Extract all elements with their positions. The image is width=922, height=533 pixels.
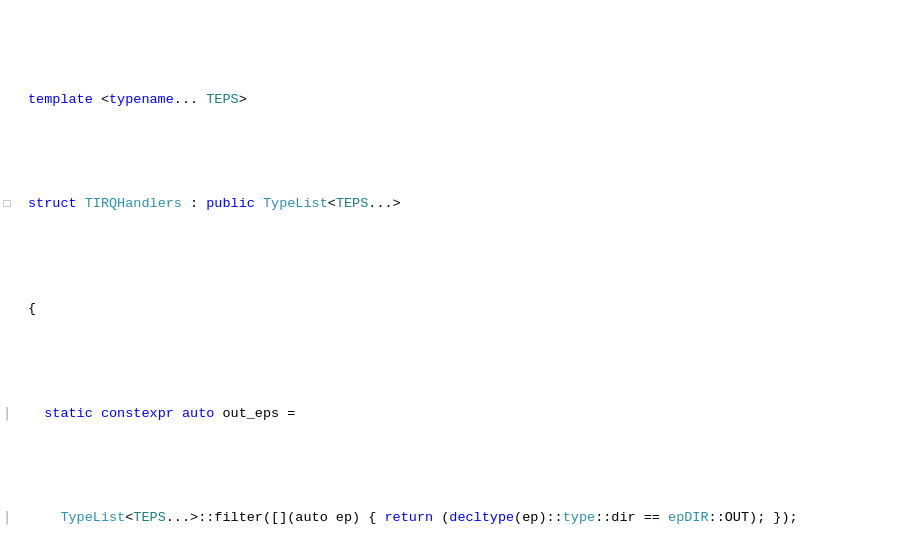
gutter-3 (0, 299, 14, 300)
gutter-5: │ (0, 508, 14, 528)
line-content-4: static constexpr auto out_eps = (26, 404, 922, 425)
line-3: { (0, 299, 922, 320)
line-content-1: template <typename... TEPS> (26, 90, 922, 111)
line-2: □ struct TIRQHandlers : public TypeList<… (0, 194, 922, 215)
line-content-3: { (26, 299, 922, 320)
line-content-2: struct TIRQHandlers : public TypeList<TE… (26, 194, 922, 215)
line-content-5: TypeList<TEPS...>::filter([](auto ep) { … (26, 508, 922, 529)
gutter-1 (0, 90, 14, 91)
line-1: template <typename... TEPS> (0, 90, 922, 111)
gutter-2: □ (0, 194, 14, 214)
gutter-4: │ (0, 404, 14, 424)
code-block: template <typename... TEPS> □ struct TIR… (0, 4, 922, 533)
line-5: │ TypeList<TEPS...>::filter([](auto ep) … (0, 508, 922, 529)
line-4: │ static constexpr auto out_eps = (0, 404, 922, 425)
